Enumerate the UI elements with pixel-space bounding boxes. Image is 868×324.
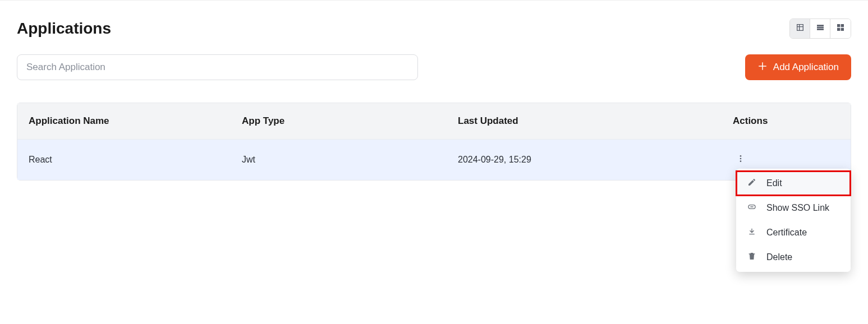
menu-item-edit-label: Edit bbox=[766, 178, 782, 188]
view-grid-button[interactable] bbox=[830, 19, 851, 38]
cell-updated: 2024-09-29, 15:29 bbox=[458, 155, 733, 165]
table-layout-icon bbox=[796, 23, 805, 34]
download-icon bbox=[747, 227, 756, 238]
view-toggle-group bbox=[789, 18, 851, 39]
cell-type: Jwt bbox=[242, 155, 458, 165]
pencil-icon bbox=[747, 178, 756, 189]
add-application-button[interactable]: Add Application bbox=[745, 54, 851, 80]
plus-icon bbox=[757, 61, 768, 74]
search-input[interactable] bbox=[17, 54, 418, 80]
add-application-label: Add Application bbox=[773, 62, 839, 73]
more-vertical-icon bbox=[736, 154, 745, 165]
view-table-button[interactable] bbox=[790, 19, 810, 38]
svg-point-2 bbox=[740, 160, 742, 162]
view-list-button[interactable] bbox=[810, 19, 830, 38]
svg-point-0 bbox=[740, 155, 742, 157]
menu-item-show-sso-label: Show SSO Link bbox=[766, 203, 829, 213]
table-row[interactable]: React Jwt 2024-09-29, 15:29 Edit bbox=[17, 139, 851, 180]
row-actions-button[interactable] bbox=[733, 152, 748, 168]
menu-item-certificate[interactable]: Certificate bbox=[736, 220, 851, 245]
applications-table: Application Name App Type Last Updated A… bbox=[17, 103, 851, 180]
cell-name: React bbox=[29, 155, 242, 165]
menu-item-edit[interactable]: Edit bbox=[736, 171, 851, 196]
row-actions-menu: Edit Show SSO Link Certificate bbox=[736, 169, 851, 272]
col-header-updated: Last Updated bbox=[458, 115, 733, 127]
col-header-name: Application Name bbox=[29, 115, 242, 127]
menu-item-certificate-label: Certificate bbox=[766, 228, 807, 238]
col-header-type: App Type bbox=[242, 115, 458, 127]
col-header-actions: Actions bbox=[733, 115, 839, 127]
page-title: Applications bbox=[17, 20, 111, 38]
menu-item-show-sso[interactable]: Show SSO Link bbox=[736, 196, 851, 220]
grid-icon bbox=[836, 23, 845, 34]
list-icon bbox=[816, 23, 825, 34]
trash-icon bbox=[747, 252, 756, 263]
menu-item-delete[interactable]: Delete bbox=[736, 245, 851, 270]
link-icon bbox=[747, 202, 756, 214]
table-header-row: Application Name App Type Last Updated A… bbox=[17, 103, 851, 139]
menu-item-delete-label: Delete bbox=[766, 252, 792, 262]
svg-point-1 bbox=[740, 158, 742, 160]
